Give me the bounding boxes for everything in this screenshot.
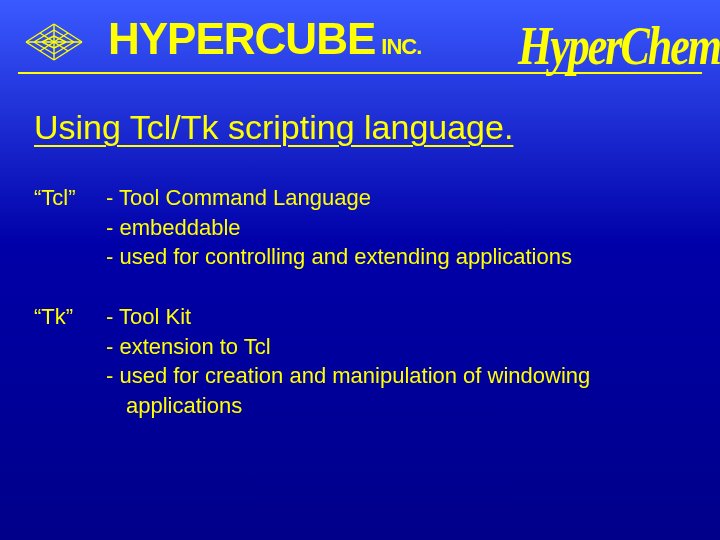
slide-title: Using Tcl/Tk scripting language. <box>34 108 690 147</box>
desc-line: - embeddable <box>106 213 690 243</box>
term-tk: “Tk” <box>34 302 106 332</box>
desc-line: - used for creation and manipulation of … <box>106 361 690 391</box>
desc-line: applications <box>106 391 690 421</box>
desc-line: - extension to Tcl <box>106 332 690 362</box>
definition-row: “Tcl” - Tool Command Language - embeddab… <box>34 183 690 272</box>
company-name-suffix: INC. <box>381 34 421 59</box>
desc-line: - used for controlling and extending app… <box>106 242 690 272</box>
header-divider <box>18 72 702 74</box>
definition-row: “Tk” - Tool Kit - extension to Tcl - use… <box>34 302 690 421</box>
hypercube-logo-icon <box>20 20 88 68</box>
term-tcl: “Tcl” <box>34 183 106 213</box>
desc-line: - Tool Command Language <box>106 183 690 213</box>
desc-line: - Tool Kit <box>106 302 690 332</box>
company-name-main: HYPERCUBE <box>108 14 375 63</box>
product-name: HyperChem <box>518 14 720 78</box>
slide-content: Using Tcl/Tk scripting language. “Tcl” -… <box>34 108 690 451</box>
desc-tk: - Tool Kit - extension to Tcl - used for… <box>106 302 690 421</box>
slide-header: HYPERCUBEINC. HyperChem <box>0 0 720 96</box>
slide: HYPERCUBEINC. HyperChem Using Tcl/Tk scr… <box>0 0 720 540</box>
desc-tcl: - Tool Command Language - embeddable - u… <box>106 183 690 272</box>
company-name: HYPERCUBEINC. <box>108 14 421 64</box>
